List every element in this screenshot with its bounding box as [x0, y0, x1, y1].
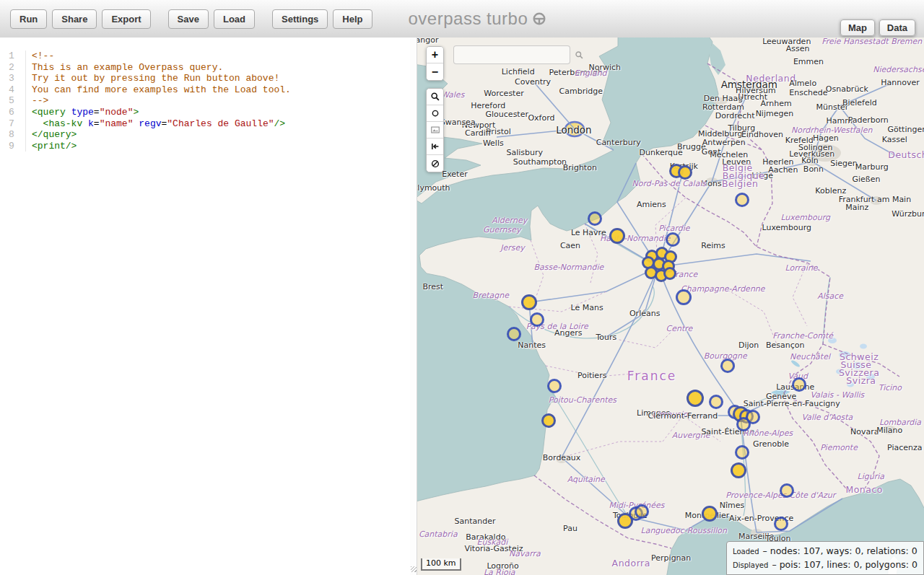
line-number: 5 — [9, 95, 25, 107]
poi-marker[interactable] — [676, 289, 692, 305]
poi-marker[interactable] — [530, 312, 544, 327]
loaded-status: Loaded – nodes: 107, ways: 0, relations:… — [733, 544, 918, 558]
app-title: overpass turbo — [409, 9, 547, 29]
poi-marker[interactable] — [678, 165, 692, 180]
poi-marker[interactable] — [663, 267, 676, 280]
displayed-status: Displayed – pois: 107, lines: 0, polygon… — [733, 558, 918, 571]
code-line: --> — [32, 95, 291, 107]
loaded-values: – nodes: 107, ways: 0, relations: 0 — [763, 545, 918, 556]
search-box[interactable] — [453, 45, 570, 64]
export-button[interactable]: Export — [102, 9, 150, 29]
toolbar-button-group: SaveLoad — [168, 9, 255, 29]
search-input[interactable] — [454, 50, 575, 60]
displayed-values: – pois: 107, lines: 0, polygons: 0 — [772, 559, 918, 570]
line-number-gutter: 123456789 — [0, 51, 26, 152]
map-tools-control — [426, 88, 444, 172]
poi-marker[interactable] — [709, 395, 723, 409]
poi-marker[interactable] — [541, 413, 556, 428]
line-number: 3 — [9, 73, 25, 84]
poi-marker[interactable] — [702, 506, 718, 522]
pane-resize-divider[interactable] — [410, 38, 417, 575]
code-line: <!-- — [32, 51, 291, 62]
poi-marker[interactable] — [792, 377, 806, 392]
code-line: <print/> — [32, 141, 291, 152]
line-number: 2 — [9, 62, 25, 74]
resize-grip-icon[interactable] — [411, 566, 417, 572]
zoom-control: +− — [426, 46, 444, 81]
poi-marker[interactable] — [731, 462, 746, 478]
collapse-left-icon[interactable] — [427, 139, 443, 155]
line-number: 9 — [9, 141, 25, 152]
help-button[interactable]: Help — [333, 9, 372, 29]
poi-marker[interactable] — [635, 504, 649, 519]
settings-button[interactable]: Settings — [272, 9, 328, 29]
basemap-tiles — [417, 38, 924, 575]
poi-marker[interactable] — [666, 232, 680, 247]
search-icon[interactable] — [575, 51, 584, 60]
line-number: 7 — [9, 118, 25, 130]
zoom-in-button[interactable]: + — [427, 47, 443, 63]
code-line: You can find more examples with the Load… — [32, 84, 291, 96]
toolbar-button-group: RunShareExport — [10, 9, 151, 29]
map-view-button[interactable]: Map — [840, 19, 875, 36]
query-editor[interactable]: 123456789 <!--This is an example Overpas… — [0, 38, 410, 575]
toolbar-button-group: SettingsHelp — [272, 9, 372, 29]
line-number: 6 — [9, 107, 25, 118]
code-line: <query type="node"> — [32, 107, 291, 118]
data-view-button[interactable]: Data — [879, 19, 915, 36]
poi-marker[interactable] — [720, 359, 735, 373]
run-button[interactable]: Run — [10, 9, 47, 29]
code-line: </query> — [32, 129, 291, 141]
code-line: <has-kv k="name" regv="Charles de Gaulle… — [32, 118, 291, 130]
poi-marker[interactable] — [735, 193, 749, 207]
poi-marker[interactable] — [547, 379, 562, 393]
poi-marker[interactable] — [687, 390, 704, 407]
poi-marker[interactable] — [521, 294, 537, 310]
circle-icon[interactable] — [427, 105, 443, 122]
poi-marker[interactable] — [736, 417, 751, 431]
code-line: Try it out by pressing the Run button ab… — [32, 73, 291, 84]
loaded-label: Loaded — [733, 548, 759, 556]
displayed-label: Displayed — [733, 561, 768, 569]
load-button[interactable]: Load — [214, 9, 255, 29]
share-button[interactable]: Share — [52, 9, 97, 29]
turbo-logo-icon — [532, 12, 546, 26]
line-number: 4 — [9, 84, 25, 96]
save-button[interactable]: Save — [168, 9, 209, 29]
poi-marker[interactable] — [609, 228, 625, 244]
code-line: This is an example Overpass query. — [32, 62, 291, 74]
poi-marker[interactable] — [588, 211, 602, 226]
code-area[interactable]: <!--This is an example Overpass query.Tr… — [26, 51, 291, 152]
app-title-text: overpass turbo — [409, 9, 528, 29]
poi-marker[interactable] — [507, 327, 521, 341]
scale-bar: 100 km — [421, 558, 461, 571]
map-canvas[interactable]: BangorLondonAmsterdamOxfordCambridgeNorw… — [417, 38, 924, 575]
image-icon[interactable] — [427, 122, 443, 139]
zoom-out-button[interactable]: − — [427, 63, 443, 80]
line-number: 8 — [9, 129, 25, 141]
poi-marker[interactable] — [774, 517, 788, 531]
data-status-panel: Loaded – nodes: 107, ways: 0, relations:… — [726, 541, 924, 575]
main-toolbar: RunShareExportSaveLoadSettingsHelp overp… — [0, 0, 924, 38]
magnifier-icon[interactable] — [427, 89, 443, 105]
line-number: 1 — [9, 51, 25, 62]
poi-marker[interactable] — [735, 445, 749, 460]
cancel-icon[interactable] — [427, 155, 443, 172]
poi-marker[interactable] — [780, 483, 794, 498]
